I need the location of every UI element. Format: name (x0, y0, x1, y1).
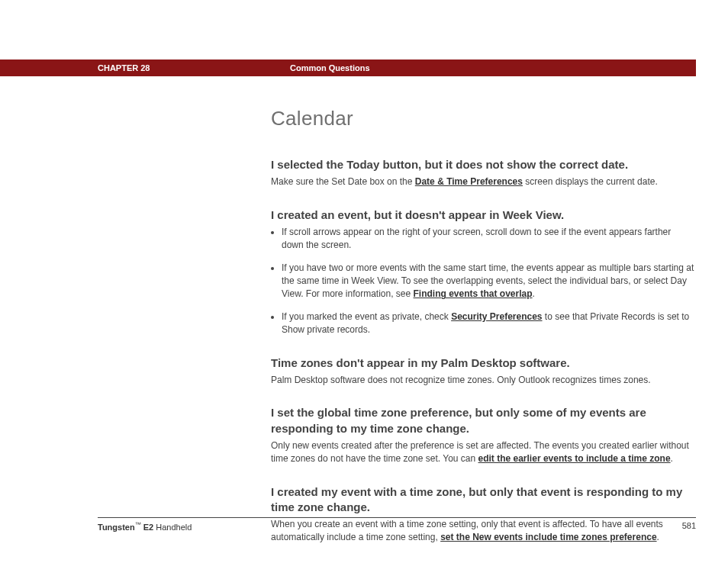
footer-rule (98, 517, 696, 518)
q2-bullet-2: If you have two or more events with the … (282, 262, 694, 301)
new-events-timezone-pref-link[interactable]: set the New events include time zones pr… (440, 532, 656, 542)
product-bold: Tungsten (98, 523, 135, 532)
q5-text-after: . (657, 532, 659, 542)
trademark-symbol: ™ (135, 521, 141, 528)
footer: Tungsten™ E2 Handheld 581 (98, 521, 696, 532)
product-model: E2 (141, 523, 154, 532)
q2-bullet-1: If scroll arrows appear on the right of … (282, 226, 694, 253)
security-preferences-link[interactable]: Security Preferences (451, 311, 542, 322)
q1-text-before: Make sure the Set Date box on the (271, 176, 415, 187)
main-content: Calendar I selected the Today button, bu… (271, 107, 694, 545)
question-5-heading: I created my event with a time zone, but… (271, 484, 694, 516)
q4-text-after: . (671, 453, 673, 464)
chapter-label: CHAPTER 28 (98, 60, 150, 76)
question-3-answer: Palm Desktop software does not recognize… (271, 374, 694, 387)
date-time-preferences-link[interactable]: Date & Time Preferences (415, 176, 523, 187)
question-2-list: If scroll arrows appear on the right of … (271, 226, 694, 337)
header-band: CHAPTER 28 Common Questions (0, 60, 696, 76)
finding-events-overlap-link[interactable]: Finding events that overlap (414, 288, 533, 299)
q2-b2-after: . (533, 288, 535, 299)
product-rest: Handheld (153, 523, 192, 532)
section-label: Common Questions (290, 60, 370, 76)
q2-bullet-3: If you marked the event as private, chec… (282, 310, 694, 337)
question-4-heading: I set the global time zone preference, b… (271, 405, 694, 436)
edit-events-timezone-link[interactable]: edit the earlier events to include a tim… (478, 453, 671, 464)
page-number: 581 (682, 521, 696, 530)
q1-text-after: screen displays the current date. (523, 176, 658, 187)
question-2-heading: I created an event, but it doesn't appea… (271, 208, 694, 223)
question-3-heading: Time zones don't appear in my Palm Deskt… (271, 355, 694, 371)
product-name: Tungsten™ E2 Handheld (98, 523, 192, 532)
question-4-answer: Only new events created after the prefer… (271, 439, 694, 466)
q2-b3-before: If you marked the event as private, chec… (282, 311, 451, 322)
question-1-answer: Make sure the Set Date box on the Date &… (271, 175, 694, 188)
question-1-heading: I selected the Today button, but it does… (271, 157, 694, 172)
page-title: Calendar (271, 107, 694, 130)
